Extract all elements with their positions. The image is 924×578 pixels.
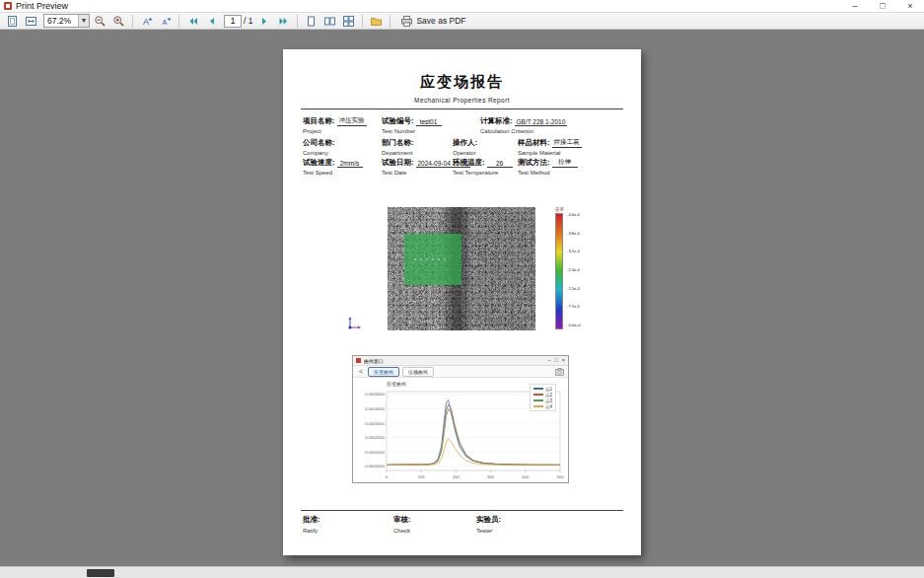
field-en: Department: [382, 150, 442, 156]
svg-text:A: A: [143, 17, 149, 27]
field-value: 冲压实验: [337, 116, 367, 126]
first-page-icon: [186, 15, 199, 28]
next-page-button[interactable]: [256, 14, 273, 29]
separator: [178, 15, 179, 28]
single-page-view-button[interactable]: [303, 14, 320, 29]
titlebar: Print Preview – □ ×: [0, 0, 924, 13]
svg-text:0.0000000: 0.0000000: [365, 464, 385, 469]
field-en: Operator: [453, 150, 505, 156]
svg-text:100: 100: [418, 474, 426, 479]
font-increase-button[interactable]: A: [138, 14, 155, 29]
report-field: 计算标准:GB/T 228.1-2010 Calculation Criteri…: [480, 116, 567, 134]
signature-en: Check: [393, 528, 411, 534]
embedded-chart-window: 曲线窗口 – □ × < 应变曲线 位移曲线 0.00050000.000400…: [352, 355, 569, 483]
maximize-button[interactable]: □: [869, 0, 896, 13]
report-field: 环境温度:26 Test Temperature: [453, 158, 513, 176]
report-page: 应变场报告 Mechanical Properties Report 项目名称:…: [283, 49, 641, 555]
svg-text:0.0004000: 0.0004000: [365, 406, 385, 411]
legend-entry: 点4: [533, 403, 552, 409]
field-en: Test Method: [518, 170, 578, 176]
footer-rule: [301, 510, 623, 511]
separator: [362, 15, 363, 28]
fit-width-button[interactable]: [23, 14, 39, 29]
svg-text:0.0001000: 0.0001000: [365, 450, 385, 455]
axis-triad-icon: [346, 314, 364, 331]
minimize-icon: –: [547, 356, 550, 365]
multi-page-grid-icon: [342, 15, 355, 28]
chart-window-title: 曲线窗口: [364, 358, 384, 364]
header-rule: [301, 108, 623, 109]
field-en: Company: [303, 150, 363, 156]
multi-page-view-button[interactable]: [340, 14, 357, 29]
open-file-button[interactable]: [368, 14, 385, 29]
report-field: 公司名称: Company: [303, 138, 363, 156]
prev-page-icon: [205, 15, 218, 28]
report-field: 试验速度:2mm/s Test Speed: [303, 158, 363, 176]
svg-text:400: 400: [522, 474, 530, 479]
chart-title: 应变曲线: [387, 381, 406, 387]
zoom-out-icon: [94, 15, 107, 28]
two-page-icon: [323, 15, 336, 28]
colorbar-gradient: [555, 213, 563, 329]
field-value: GB/T 228.1-2010: [515, 118, 568, 126]
last-page-button[interactable]: [275, 14, 292, 29]
page-number-input[interactable]: [224, 15, 242, 28]
field-en: Project: [303, 128, 367, 134]
report-field: 项目名称:冲压实验 Project: [303, 116, 367, 134]
close-button[interactable]: ×: [896, 0, 924, 13]
svg-text:0.0002000: 0.0002000: [365, 435, 385, 440]
field-label: 操作人:: [453, 138, 477, 148]
report-field: 测试方法:拉伸 Test Method: [518, 158, 578, 176]
taskbar: [0, 566, 924, 578]
zoom-in-button[interactable]: [110, 14, 127, 29]
svg-text:0.0005000: 0.0005000: [365, 392, 385, 397]
svg-text:A: A: [163, 18, 168, 25]
prev-page-button[interactable]: [203, 14, 220, 29]
colorbar-tick: - 3.1e-4: [566, 249, 580, 253]
zoom-value: 67.2%: [44, 16, 78, 26]
svg-text:200: 200: [453, 474, 461, 479]
minimize-button[interactable]: –: [841, 0, 869, 13]
chart-window-tabbar: < 应变曲线 位移曲线: [353, 366, 568, 378]
font-decrease-icon: A: [159, 15, 172, 28]
two-page-view-button[interactable]: [321, 14, 338, 29]
zoom-out-button[interactable]: [92, 14, 108, 29]
field-value: 26: [487, 160, 513, 168]
first-page-button[interactable]: [184, 14, 201, 29]
field-en: Test Temperature: [453, 170, 513, 176]
field-label: 计算标准:: [480, 116, 513, 126]
strain-field-image: [388, 207, 535, 330]
field-value: 焊接工装: [552, 138, 582, 148]
font-decrease-button[interactable]: A: [157, 14, 174, 29]
fit-page-button[interactable]: [4, 14, 21, 29]
colorbar-tick: - 1.5e-4: [566, 286, 580, 291]
signature-label: 审核:: [393, 515, 411, 525]
signature-tester: 实验员: Tester: [476, 515, 501, 534]
save-as-pdf-button[interactable]: Save as PDF: [395, 14, 470, 29]
colorbar-tick: - 7.7e-5: [566, 304, 580, 309]
single-page-icon: [305, 15, 318, 28]
colorbar-tick: - 0.0e+0: [566, 323, 581, 327]
next-page-icon: [258, 15, 271, 28]
field-value: 拉伸: [552, 158, 578, 168]
field-label: 试验速度:: [303, 158, 335, 168]
zoom-combo[interactable]: 67.2% ▼: [43, 14, 90, 28]
zoom-dropdown-icon[interactable]: ▼: [78, 15, 89, 27]
colorbar-ticks: - 4.6e-4- 3.8e-4- 3.1e-4- 2.3e-4- 1.5e-4…: [566, 214, 594, 330]
signature-en: Tester: [476, 528, 501, 534]
report-field: 操作人: Operator: [453, 138, 505, 156]
taskbar-item[interactable]: [87, 569, 114, 577]
fit-page-icon: [6, 15, 19, 28]
report-subtitle: Mechanical Properties Report: [283, 97, 641, 104]
chart-window-titlebar: 曲线窗口 – □ ×: [353, 356, 568, 366]
report-field: 部门名称: Department: [382, 138, 442, 156]
svg-text:0.0003000: 0.0003000: [365, 421, 385, 426]
report-field: 样品材料:焊接工装 Sample Material: [518, 138, 582, 156]
chart-window-icon: [356, 358, 361, 363]
field-label: 测试方法:: [518, 158, 550, 168]
field-label: 环境温度:: [453, 158, 485, 168]
window-title: Print Preview: [16, 1, 68, 11]
field-value: test01: [416, 118, 442, 126]
colorbar-tick: - 3.8e-4: [566, 231, 580, 236]
report-title: 应变场报告: [283, 73, 641, 92]
